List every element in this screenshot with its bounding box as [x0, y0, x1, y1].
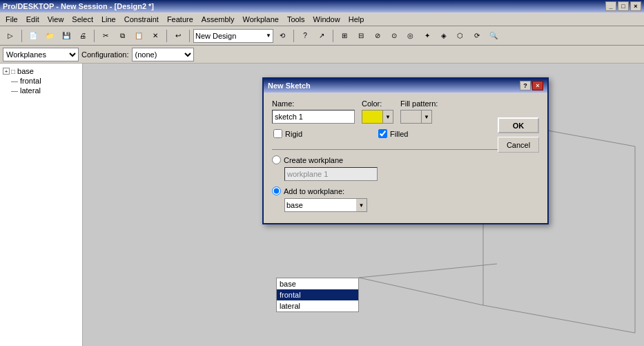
color-swatch [362, 110, 382, 124]
filled-checkbox-row: Filled [378, 129, 408, 138]
fill-pattern-label: Fill pattern: [400, 99, 438, 108]
close-button[interactable]: × [630, 1, 641, 11]
pointer-button[interactable]: ↗ [314, 28, 329, 44]
workplane-name-input[interactable] [284, 167, 378, 181]
menu-edit[interactable]: Edit [22, 14, 43, 25]
open-button[interactable]: 📁 [42, 28, 57, 44]
workplane-option-frontal[interactable]: frontal [277, 289, 358, 300]
toolbar-sep-5 [293, 30, 294, 42]
menu-feature[interactable]: Feature [163, 14, 197, 25]
toolbar-sep-1 [21, 30, 22, 42]
cancel-button[interactable]: Cancel [498, 137, 539, 153]
toolbar-icon-10[interactable]: ⟳ [469, 28, 485, 44]
filled-checkbox[interactable] [378, 129, 387, 138]
toolbar-icon-9[interactable]: ⬡ [453, 28, 468, 44]
menu-tools[interactable]: Tools [283, 14, 309, 25]
paste-button[interactable]: 📋 [131, 28, 146, 44]
create-workplane-label: Create workplane [284, 156, 343, 164]
print-button[interactable]: 🖨 [75, 28, 90, 44]
search-button[interactable]: 🔍 [486, 28, 501, 44]
tree-label-base: base [17, 67, 34, 75]
create-workplane-radio[interactable] [272, 155, 281, 164]
minimize-button[interactable]: _ [605, 1, 616, 11]
fill-swatch [400, 110, 421, 124]
toolbar-icon-2[interactable]: ⊞ [337, 28, 352, 44]
toolbar-sep-3 [166, 30, 167, 42]
add-to-workplane-row: Add to workplane: [272, 186, 539, 195]
menu-assembly[interactable]: Assembly [197, 14, 239, 25]
menu-workplane[interactable]: Workplane [238, 14, 282, 25]
tree-item-base[interactable]: + □ base [1, 66, 81, 76]
help-button[interactable]: ? [297, 28, 313, 44]
canvas-area: New Sketch ? × OK Cancel Name: [83, 64, 644, 346]
fill-pattern-field-group: Fill pattern: ▼ [400, 99, 438, 124]
delete-button[interactable]: ✕ [148, 28, 163, 44]
maximize-button[interactable]: □ [618, 1, 629, 11]
dialog-titlebar-buttons: ? × [520, 81, 543, 90]
workplanes-dropdown[interactable]: Workplanes [3, 48, 79, 61]
toolbar-icon-8[interactable]: ◈ [436, 28, 451, 44]
dialog-title-text: New Sketch [268, 81, 520, 90]
tree-item-frontal[interactable]: — frontal [1, 76, 81, 86]
menu-constraint[interactable]: Constraint [120, 14, 163, 25]
save-button[interactable]: 💾 [59, 28, 74, 44]
svg-line-4 [359, 278, 483, 305]
rigid-checkbox-row: Rigid [273, 129, 302, 138]
menu-window[interactable]: Window [309, 14, 344, 25]
undo-button[interactable]: ↩ [170, 28, 186, 44]
workplane-option-lateral[interactable]: lateral [277, 300, 358, 311]
add-to-workplane-label: Add to workplane: [284, 187, 344, 195]
title-bar-buttons: _ □ × [605, 1, 641, 11]
workplane-option-base[interactable]: base [277, 278, 358, 289]
design-name-combo[interactable]: ▼ [193, 29, 273, 43]
rigid-label: Rigid [285, 130, 302, 138]
color-label: Color: [362, 99, 393, 108]
config-dropdown[interactable]: (none) [132, 48, 194, 61]
tree-icon-base: □ [11, 68, 15, 75]
dialog-help-button[interactable]: ? [520, 81, 531, 90]
fill-picker[interactable]: ▼ [400, 110, 438, 124]
toolbar-sep-4 [189, 30, 190, 42]
design-name-input[interactable] [195, 32, 264, 40]
toolbar2: Workplanes Configuration: (none) [0, 46, 644, 64]
color-picker[interactable]: ▼ [362, 110, 393, 124]
tree-item-lateral[interactable]: — lateral [1, 86, 81, 95]
add-workplane-section: Add to workplane: ▼ [272, 186, 539, 212]
fill-dropdown-arrow[interactable]: ▼ [421, 110, 432, 124]
left-panel: + □ base — frontal — lateral [0, 64, 83, 346]
cut-button[interactable]: ✂ [98, 28, 113, 44]
copy-button[interactable]: ⧉ [115, 28, 130, 44]
dialog-titlebar: New Sketch ? × [264, 79, 547, 93]
toolbar-icon-3[interactable]: ⊟ [353, 28, 369, 44]
add-to-workplane-radio[interactable] [272, 186, 281, 195]
menu-file[interactable]: File [1, 14, 22, 25]
toolbar-sep-2 [94, 30, 95, 42]
tree-label-lateral: lateral [20, 86, 41, 95]
toolbar-icon-6[interactable]: ◎ [403, 28, 418, 44]
select-tool-button[interactable]: ▷ [3, 28, 18, 44]
toolbar-icon-5[interactable]: ⊙ [387, 28, 402, 44]
menu-line[interactable]: Line [97, 14, 120, 25]
name-input[interactable] [272, 110, 355, 124]
ok-button[interactable]: OK [498, 117, 539, 133]
name-label: Name: [272, 99, 355, 108]
color-field-group: Color: ▼ [362, 99, 393, 124]
menu-help[interactable]: Help [344, 14, 369, 25]
workplane-dropdown-input[interactable] [284, 198, 356, 212]
dialog-close-button[interactable]: × [532, 81, 543, 90]
workplane-dropdown-list: base frontal lateral [276, 278, 359, 312]
toolbar-icon-7[interactable]: ✦ [420, 28, 435, 44]
name-field-group: Name: [272, 99, 355, 124]
filled-label: Filled [390, 130, 408, 138]
tree-expand-base[interactable]: + [3, 68, 10, 75]
toolbar-icon-4[interactable]: ⊘ [370, 28, 385, 44]
rigid-checkbox[interactable] [273, 129, 282, 138]
main-area: + □ base — frontal — lateral [0, 64, 644, 346]
menu-view[interactable]: View [43, 14, 68, 25]
menu-select[interactable]: Select [68, 14, 97, 25]
new-button[interactable]: 📄 [26, 28, 41, 44]
workplane-dropdown-arrow[interactable]: ▼ [356, 198, 367, 212]
toolbar: ▷ 📄 📁 💾 🖨 ✂ ⧉ 📋 ✕ ↩ ▼ ⟲ ? ↗ ⊞ ⊟ ⊘ ⊙ ◎ ✦ … [0, 26, 644, 46]
color-dropdown-arrow[interactable]: ▼ [382, 110, 393, 124]
toolbar-icon-1[interactable]: ⟲ [275, 28, 290, 44]
